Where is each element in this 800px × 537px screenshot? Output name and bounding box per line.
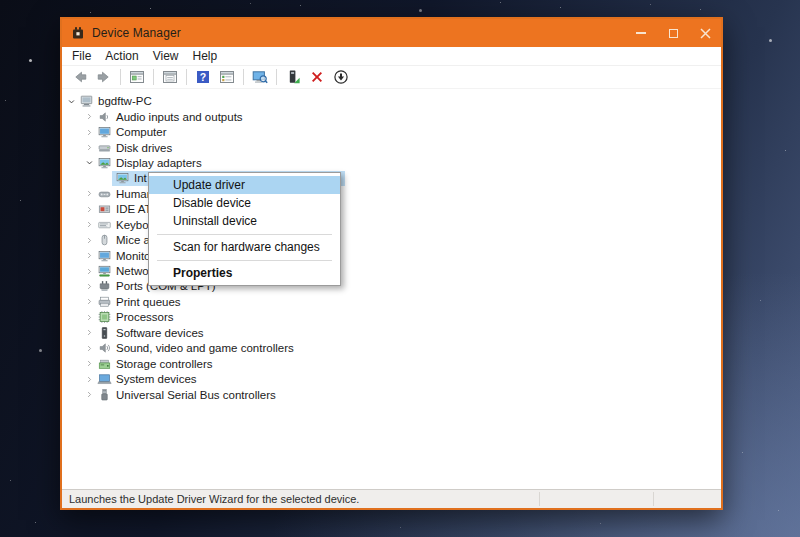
chevron-down-icon[interactable] — [64, 94, 78, 108]
network-device-icon — [96, 264, 112, 279]
chevron-right-icon[interactable] — [82, 310, 96, 324]
chevron-right-icon[interactable] — [82, 202, 96, 216]
monitor-device-icon — [96, 248, 112, 263]
chevron-right-icon[interactable] — [82, 125, 96, 139]
toolbar-separator — [276, 69, 277, 85]
context-menu-separator — [157, 260, 332, 261]
tree-item-processors[interactable]: Processors — [62, 310, 721, 325]
tree-item-universal-serial-bus-controllers[interactable]: Universal Serial Bus controllers — [62, 387, 721, 402]
tree-item-audio-inputs-and-outputs[interactable]: Audio inputs and outputs — [62, 109, 721, 124]
tree-item-bgdftw-pc[interactable]: bgdftw-PC — [62, 94, 721, 109]
device-tree: bgdftw-PCAudio inputs and outputsCompute… — [62, 89, 721, 489]
properties-sheet-icon — [162, 69, 178, 85]
tree-item-sound-video-and-game-controllers[interactable]: Sound, video and game controllers — [62, 341, 721, 356]
tree-item-label: Processors — [116, 311, 174, 323]
software-device-icon — [96, 325, 112, 340]
tree-item-label: System devices — [116, 373, 197, 385]
tree-item-label: bgdftw-PC — [98, 95, 152, 107]
context-menu-separator — [157, 234, 332, 235]
close-icon — [700, 28, 711, 39]
list-view-button[interactable] — [217, 67, 237, 87]
display-device-icon — [114, 171, 130, 186]
chevron-right-icon[interactable] — [82, 357, 96, 371]
uninstall-icon — [309, 69, 325, 85]
tree-item-software-devices[interactable]: Software devices — [62, 325, 721, 340]
console-tree-icon — [129, 69, 145, 85]
toolbar-separator — [186, 69, 187, 85]
stars — [0, 0, 1, 1]
disable-icon — [333, 69, 349, 85]
tree-item-display-adapters[interactable]: Display adapters — [62, 155, 721, 170]
properties-sheet-button[interactable] — [160, 67, 180, 87]
device-manager-app-icon — [70, 25, 86, 41]
tree-item-label: Audio inputs and outputs — [116, 111, 243, 123]
chevron-right-icon[interactable] — [82, 249, 96, 263]
tree-item-storage-controllers[interactable]: Storage controllers — [62, 356, 721, 371]
menu-view[interactable]: View — [146, 47, 186, 66]
update-driver-button[interactable] — [283, 67, 303, 87]
uninstall-button[interactable] — [307, 67, 327, 87]
minimize-button[interactable] — [625, 19, 657, 47]
tree-item-system-devices[interactable]: System devices — [62, 371, 721, 386]
context-menu-item-properties[interactable]: Properties — [149, 264, 340, 282]
menu-action[interactable]: Action — [98, 47, 145, 66]
tree-item-disk-drives[interactable]: Disk drives — [62, 140, 721, 155]
disable-button[interactable] — [331, 67, 351, 87]
help-icon: ? — [195, 69, 211, 85]
chevron-down-icon[interactable] — [82, 156, 96, 170]
tree-item-label: Int — [134, 172, 147, 184]
storage-device-icon — [96, 356, 112, 371]
tree-item-print-queues[interactable]: Print queues — [62, 294, 721, 309]
tree-item-label: Software devices — [116, 327, 204, 339]
tree-item-label: Disk drives — [116, 142, 172, 154]
chevron-right-icon[interactable] — [82, 187, 96, 201]
scan-hardware-icon — [252, 69, 268, 85]
tree-item-computer[interactable]: Computer — [62, 124, 721, 139]
hid-device-icon — [96, 186, 112, 201]
menu-file[interactable]: File — [65, 47, 98, 66]
display-device-icon — [96, 155, 112, 170]
context-menu-item-disable-device[interactable]: Disable device — [149, 194, 340, 212]
chevron-right-icon[interactable] — [82, 110, 96, 124]
console-tree-button[interactable] — [127, 67, 147, 87]
title-bar[interactable]: Device Manager — [62, 19, 721, 47]
pc-device-icon — [78, 94, 94, 109]
back-icon — [72, 69, 88, 85]
chevron-right-icon[interactable] — [82, 372, 96, 386]
chevron-right-icon[interactable] — [82, 326, 96, 340]
context-menu-item-scan-for-hardware-changes[interactable]: Scan for hardware changes — [149, 238, 340, 256]
audio-device-icon — [96, 109, 112, 124]
toolbar-separator — [243, 69, 244, 85]
chevron-right-icon[interactable] — [82, 233, 96, 247]
forward-button[interactable] — [94, 67, 114, 87]
ide-device-icon — [96, 202, 112, 217]
chevron-right-icon[interactable] — [82, 141, 96, 155]
back-button[interactable] — [70, 67, 90, 87]
update-driver-icon — [285, 69, 301, 85]
mouse-device-icon — [96, 233, 112, 248]
help-button[interactable]: ? — [193, 67, 213, 87]
toolbar-separator — [120, 69, 121, 85]
scan-hardware-button[interactable] — [250, 67, 270, 87]
system-device-icon — [96, 372, 112, 387]
chevron-right-icon[interactable] — [82, 279, 96, 293]
list-view-icon — [219, 69, 235, 85]
chevron-right-icon[interactable] — [82, 295, 96, 309]
chevron-right-icon[interactable] — [82, 264, 96, 278]
maximize-button[interactable] — [657, 19, 689, 47]
tree-item-label: Display adapters — [116, 157, 202, 169]
chevron-right-icon[interactable] — [82, 218, 96, 232]
status-text: Launches the Update Driver Wizard for th… — [62, 493, 359, 505]
status-bar: Launches the Update Driver Wizard for th… — [62, 489, 721, 508]
status-bar-divider — [653, 492, 654, 506]
tree-item-label: Print queues — [116, 296, 181, 308]
tree-item-label: Sound, video and game controllers — [116, 342, 294, 354]
chevron-right-icon[interactable] — [82, 388, 96, 402]
menu-help[interactable]: Help — [186, 47, 225, 66]
close-button[interactable] — [689, 19, 721, 47]
chevron-right-icon[interactable] — [82, 341, 96, 355]
context-menu-item-uninstall-device[interactable]: Uninstall device — [149, 212, 340, 230]
context-menu-item-update-driver[interactable]: Update driver — [149, 176, 340, 194]
status-bar-divider — [539, 492, 540, 506]
computer-device-icon — [96, 125, 112, 140]
